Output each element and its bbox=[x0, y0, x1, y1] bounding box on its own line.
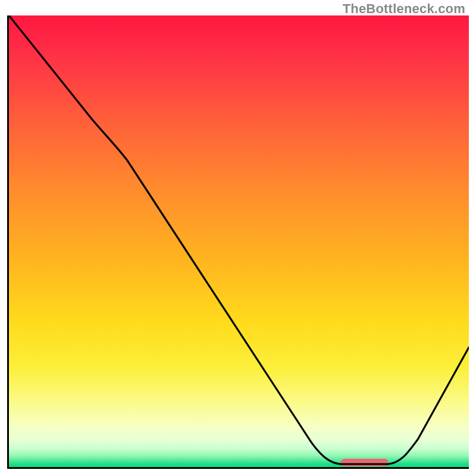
optimal-marker bbox=[341, 459, 389, 466]
curve-layer bbox=[9, 15, 469, 467]
attribution-label: TheBottleneck.com bbox=[343, 1, 465, 17]
plot-area bbox=[7, 15, 469, 469]
bottleneck-curve-path bbox=[9, 15, 469, 464]
bottleneck-chart: TheBottleneck.com bbox=[0, 0, 476, 476]
